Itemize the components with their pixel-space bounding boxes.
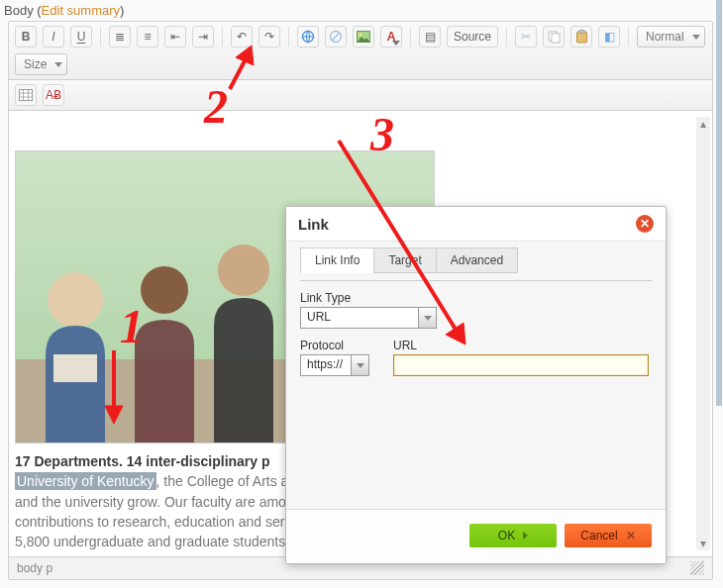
italic-button[interactable]: I (43, 26, 64, 48)
source-button[interactable]: Source (447, 26, 498, 48)
svg-rect-7 (579, 31, 584, 34)
tab-link-info[interactable]: Link Info (300, 247, 374, 273)
scroll-up-icon[interactable]: ▴ (696, 117, 710, 131)
heading-text: 17 Departments. 14 inter-disciplinary p (15, 453, 270, 469)
templates-button[interactable]: ▤ (419, 26, 441, 48)
dialog-footer: OK Cancel✕ (286, 509, 666, 563)
format-dropdown[interactable]: Normal (637, 26, 705, 48)
link-type-value: URL (300, 307, 419, 329)
undo-button[interactable]: ↶ (231, 26, 253, 48)
dialog-body: Link Info Target Advanced Link Type URL … (286, 242, 666, 509)
chevron-down-icon[interactable] (352, 354, 369, 376)
table-button[interactable] (15, 84, 37, 106)
image-button[interactable] (353, 26, 374, 48)
dialog-title: Link (298, 216, 329, 233)
protocol-select[interactable]: https:// (300, 354, 369, 376)
text-color-button[interactable]: A (380, 26, 402, 48)
link-type-select[interactable]: URL (300, 307, 449, 329)
path-p[interactable]: p (46, 561, 52, 575)
bulleted-list-button[interactable]: ≣ (109, 26, 131, 48)
svg-point-3 (360, 34, 362, 37)
redo-button[interactable]: ↷ (258, 26, 280, 48)
svg-rect-5 (552, 34, 560, 43)
dialog-tabs: Link Info Target Advanced (300, 247, 652, 273)
outdent-button[interactable]: ⇤ (164, 26, 186, 48)
spellcheck-button[interactable]: AɃ (43, 84, 64, 106)
link-type-label: Link Type (300, 291, 652, 305)
remove-format-button[interactable]: ◧ (598, 26, 620, 48)
cancel-button[interactable]: Cancel✕ (565, 524, 652, 547)
link-dialog: Link ✕ Link Info Target Advanced Link Ty… (285, 206, 667, 564)
toolbar-row-2: AɃ (9, 80, 712, 111)
chevron-down-icon[interactable] (419, 307, 437, 329)
paste-button[interactable] (570, 26, 592, 48)
toolbar-row-1: B I U ≣ ≡ ⇤ ⇥ ↶ ↷ A ▤ Source ✂ ◧ (9, 22, 712, 80)
scrollbar[interactable]: ▴ ▾ (696, 117, 710, 550)
url-input[interactable] (393, 354, 649, 376)
cut-button[interactable]: ✂ (515, 26, 537, 48)
body-label: Body (4, 3, 34, 18)
url-label: URL (393, 339, 652, 352)
copy-button[interactable] (543, 26, 565, 48)
protocol-label: Protocol (300, 339, 369, 352)
tab-advanced[interactable]: Advanced (436, 247, 518, 273)
scroll-down-icon[interactable]: ▾ (696, 537, 710, 550)
close-icon[interactable]: ✕ (636, 215, 654, 233)
svg-rect-8 (20, 90, 33, 101)
size-dropdown[interactable]: Size (15, 53, 67, 75)
numbered-list-button[interactable]: ≡ (137, 26, 158, 48)
path-body[interactable]: body (17, 561, 43, 575)
field-label: Body (Edit summary) (0, 0, 723, 21)
dialog-titlebar[interactable]: Link ✕ (286, 207, 666, 242)
tab-target[interactable]: Target (373, 247, 436, 273)
resize-grip-icon[interactable] (690, 561, 704, 575)
page-scroll-hint (716, 0, 722, 406)
link-button[interactable] (297, 26, 319, 48)
ok-button[interactable]: OK (469, 524, 557, 547)
edit-summary-link[interactable]: Edit summary (42, 3, 120, 18)
protocol-value: https:// (300, 354, 352, 376)
underline-button[interactable]: U (70, 26, 92, 48)
selected-link-text[interactable]: University of Kentucky (15, 472, 156, 490)
bold-button[interactable]: B (15, 26, 37, 48)
unlink-button[interactable] (325, 26, 347, 48)
indent-button[interactable]: ⇥ (192, 26, 214, 48)
